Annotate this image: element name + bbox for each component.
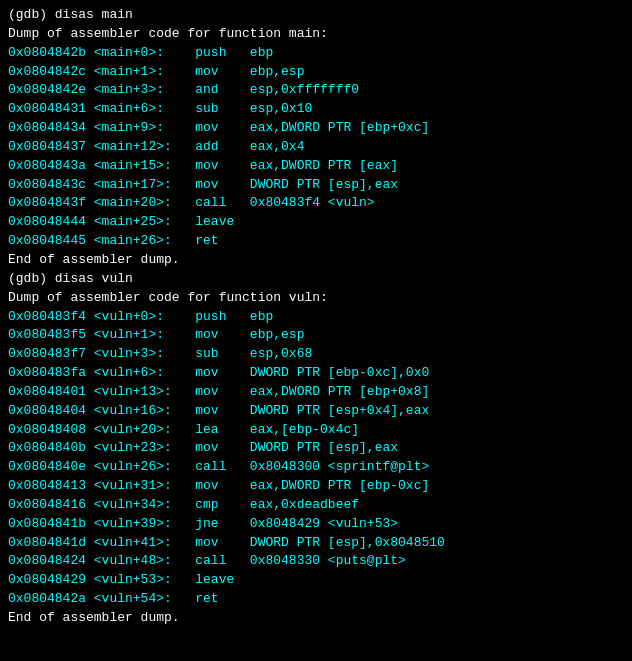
terminal-line-17: 0x080483f5 <vuln+1>: mov ebp,esp bbox=[8, 326, 624, 345]
terminal-line-13: End of assembler dump. bbox=[8, 251, 624, 270]
terminal-line-6: 0x08048434 <main+9>: mov eax,DWORD PTR [… bbox=[8, 119, 624, 138]
terminal-line-23: 0x0804840b <vuln+23>: mov DWORD PTR [esp… bbox=[8, 439, 624, 458]
terminal-line-1: Dump of assembler code for function main… bbox=[8, 25, 624, 44]
terminal-line-26: 0x08048416 <vuln+34>: cmp eax,0xdeadbeef bbox=[8, 496, 624, 515]
terminal-line-19: 0x080483fa <vuln+6>: mov DWORD PTR [ebp-… bbox=[8, 364, 624, 383]
terminal-line-0: (gdb) disas main bbox=[8, 6, 624, 25]
terminal-line-20: 0x08048401 <vuln+13>: mov eax,DWORD PTR … bbox=[8, 383, 624, 402]
terminal-line-3: 0x0804842c <main+1>: mov ebp,esp bbox=[8, 63, 624, 82]
terminal-line-22: 0x08048408 <vuln+20>: lea eax,[ebp-0x4c] bbox=[8, 421, 624, 440]
terminal-line-24: 0x0804840e <vuln+26>: call 0x8048300 <sp… bbox=[8, 458, 624, 477]
terminal-line-32: End of assembler dump. bbox=[8, 609, 624, 628]
terminal-line-27: 0x0804841b <vuln+39>: jne 0x8048429 <vul… bbox=[8, 515, 624, 534]
terminal-line-25: 0x08048413 <vuln+31>: mov eax,DWORD PTR … bbox=[8, 477, 624, 496]
terminal-line-18: 0x080483f7 <vuln+3>: sub esp,0x68 bbox=[8, 345, 624, 364]
terminal-line-14: (gdb) disas vuln bbox=[8, 270, 624, 289]
terminal-window: (gdb) disas mainDump of assembler code f… bbox=[8, 6, 624, 628]
terminal-line-28: 0x0804841d <vuln+41>: mov DWORD PTR [esp… bbox=[8, 534, 624, 553]
terminal-line-8: 0x0804843a <main+15>: mov eax,DWORD PTR … bbox=[8, 157, 624, 176]
terminal-line-9: 0x0804843c <main+17>: mov DWORD PTR [esp… bbox=[8, 176, 624, 195]
terminal-line-4: 0x0804842e <main+3>: and esp,0xfffffff0 bbox=[8, 81, 624, 100]
terminal-line-7: 0x08048437 <main+12>: add eax,0x4 bbox=[8, 138, 624, 157]
terminal-line-29: 0x08048424 <vuln+48>: call 0x8048330 <pu… bbox=[8, 552, 624, 571]
terminal-line-12: 0x08048445 <main+26>: ret bbox=[8, 232, 624, 251]
terminal-line-16: 0x080483f4 <vuln+0>: push ebp bbox=[8, 308, 624, 327]
terminal-line-21: 0x08048404 <vuln+16>: mov DWORD PTR [esp… bbox=[8, 402, 624, 421]
terminal-line-30: 0x08048429 <vuln+53>: leave bbox=[8, 571, 624, 590]
terminal-line-2: 0x0804842b <main+0>: push ebp bbox=[8, 44, 624, 63]
terminal-line-31: 0x0804842a <vuln+54>: ret bbox=[8, 590, 624, 609]
terminal-line-5: 0x08048431 <main+6>: sub esp,0x10 bbox=[8, 100, 624, 119]
terminal-line-15: Dump of assembler code for function vuln… bbox=[8, 289, 624, 308]
terminal-line-10: 0x0804843f <main+20>: call 0x80483f4 <vu… bbox=[8, 194, 624, 213]
terminal-line-11: 0x08048444 <main+25>: leave bbox=[8, 213, 624, 232]
